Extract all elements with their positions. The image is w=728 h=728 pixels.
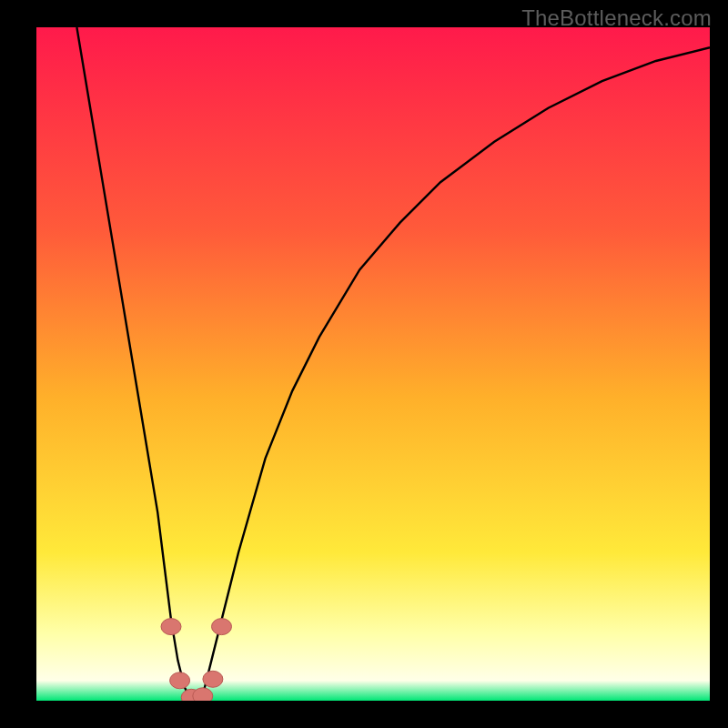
bottleneck-chart [36, 27, 710, 701]
curve-marker [161, 619, 181, 635]
curve-marker [193, 688, 213, 701]
curve-marker [170, 672, 190, 689]
gradient-background [36, 27, 710, 701]
curve-marker [203, 671, 223, 687]
plot-area [36, 27, 710, 701]
curve-marker [212, 619, 232, 635]
chart-frame: TheBottleneck.com [0, 0, 728, 728]
